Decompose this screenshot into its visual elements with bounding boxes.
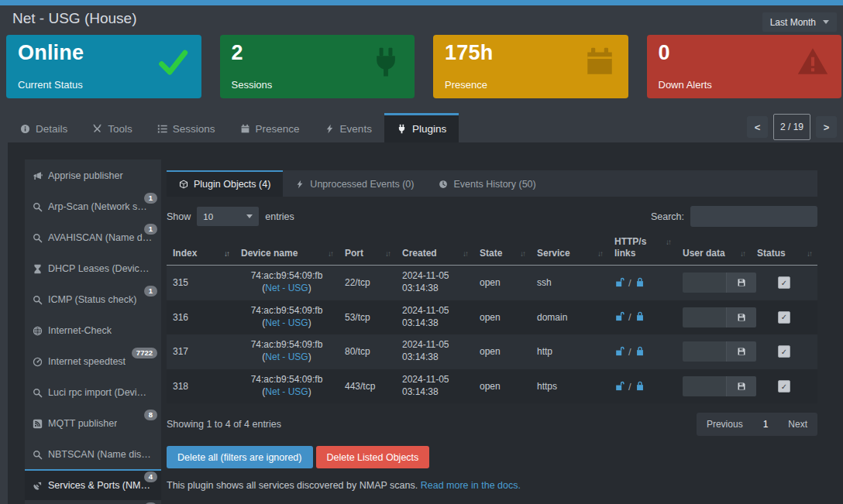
calendar-icon: [240, 124, 250, 134]
user-data-input[interactable]: [683, 307, 727, 327]
column-header[interactable]: ↓↑Status: [751, 231, 817, 266]
https-link[interactable]: [635, 345, 645, 358]
main-tab-bar: DetailsToolsSessionsPresenceEventsPlugin…: [8, 113, 459, 142]
user-data-input[interactable]: [683, 273, 727, 293]
device-link-line: (Net - USG): [241, 316, 332, 331]
tab-tools[interactable]: Tools: [80, 113, 145, 142]
entries-select[interactable]: 10: [197, 207, 259, 226]
status-card: 0Down Alerts: [647, 35, 842, 98]
sidebar-item[interactable]: Apprise publisher: [25, 159, 161, 190]
http-link[interactable]: [614, 345, 625, 358]
sidebar-item[interactable]: Internet speedtest7722: [25, 345, 161, 376]
sidebar-item[interactable]: NSLOOKUP (Name di…1: [25, 500, 161, 504]
user-data-input[interactable]: [683, 376, 727, 396]
https-link[interactable]: [635, 310, 645, 324]
tab-details[interactable]: Details: [8, 113, 80, 142]
next-page-button[interactable]: Next: [778, 413, 817, 436]
sidebar-item[interactable]: DHCP Leases (Device …: [25, 252, 161, 283]
chevron-left-icon: <: [755, 122, 761, 133]
created-time: 03:14:38: [402, 281, 467, 296]
card-label: Down Alerts: [659, 79, 712, 91]
plugin-tab[interactable]: Plugin Objects (4): [167, 170, 283, 197]
cell-state: open: [473, 300, 531, 335]
cell-device-name: 74:ac:b9:54:09:fb(Net - USG): [235, 334, 339, 369]
tab-presence[interactable]: Presence: [228, 113, 312, 142]
clock-icon: [439, 180, 448, 189]
http-link[interactable]: [614, 380, 625, 393]
docs-link[interactable]: Read more in the docs.: [421, 480, 521, 491]
column-header[interactable]: ↓↑State: [473, 231, 531, 266]
tab-label: Presence: [256, 123, 300, 135]
card-label: Current Status: [18, 79, 83, 91]
delete-listed-button[interactable]: Delete Listed Objects: [316, 446, 430, 468]
device-link[interactable]: Net - USG: [265, 386, 308, 397]
tab-sessions[interactable]: Sessions: [145, 113, 228, 142]
count-badge: 4: [144, 471, 157, 482]
sidebar-item[interactable]: Luci rpc import (Devi…: [25, 376, 161, 407]
status-checkbox[interactable]: ✓: [778, 276, 790, 289]
tab-events[interactable]: Events: [312, 113, 384, 142]
sort-icon: ↓↑: [520, 248, 525, 259]
status-checkbox[interactable]: ✓: [778, 380, 790, 393]
column-header[interactable]: ↓↑Port: [339, 231, 396, 266]
previous-page-button[interactable]: Previous: [697, 413, 753, 436]
save-user-data-button[interactable]: [727, 341, 756, 362]
sidebar-item[interactable]: MQTT publisher8: [25, 407, 161, 438]
column-header[interactable]: ↓↑Service: [531, 231, 608, 266]
plugin-tab-label: Unprocessed Events (0): [310, 179, 414, 190]
http-link[interactable]: [614, 276, 625, 290]
user-data-input[interactable]: [683, 341, 727, 362]
sidebar-item-label: Services & Ports (NM…: [48, 480, 150, 491]
save-user-data-button[interactable]: [727, 307, 756, 327]
search-input[interactable]: [690, 206, 817, 227]
top-accent-strip: [0, 0, 843, 5]
column-header-label: HTTP/s links: [614, 236, 646, 259]
cell-index: 315: [167, 266, 235, 300]
cell-port: 22/tcp: [339, 266, 396, 300]
https-link[interactable]: [635, 380, 645, 393]
cell-http-links: /: [608, 300, 676, 335]
http-link[interactable]: [614, 310, 625, 324]
status-checkbox[interactable]: ✓: [778, 345, 790, 358]
tab-label: Events: [340, 123, 372, 135]
chevron-down-icon: [246, 214, 253, 218]
table-row: 31674:ac:b9:54:09:fb(Net - USG)53/tcp202…: [167, 300, 817, 335]
device-link[interactable]: Net - USG: [265, 283, 308, 293]
tab-plugins[interactable]: Plugins: [384, 113, 459, 142]
entries-select-value: 10: [203, 212, 213, 221]
sort-icon: ↓↑: [666, 236, 670, 248]
prev-page-button[interactable]: <: [747, 116, 768, 138]
cube-icon: [179, 180, 188, 189]
save-user-data-button[interactable]: [727, 273, 756, 293]
sidebar-item[interactable]: Internet-Check: [25, 314, 161, 345]
save-user-data-button[interactable]: [727, 376, 756, 396]
sidebar-item[interactable]: NBTSCAN (Name disc…: [25, 438, 161, 469]
page-1-button[interactable]: 1: [753, 413, 779, 436]
sidebar-item[interactable]: Services & Ports (NM…4: [25, 469, 161, 500]
plugin-objects-table: ↓↑Index↓↑Device name↓↑Port↓↑Created↓↑Sta…: [167, 231, 817, 403]
count-badge: 1: [144, 224, 157, 235]
cell-state: open: [473, 266, 531, 300]
plugin-tab[interactable]: Unprocessed Events (0): [283, 170, 426, 197]
sidebar-item[interactable]: AVAHISCAN (Name di…1: [25, 221, 161, 252]
period-select[interactable]: Last Month: [762, 12, 837, 32]
column-header[interactable]: ↓↑User data: [676, 231, 751, 266]
delete-all-button[interactable]: Delete all (filters are ignored): [167, 446, 313, 468]
sidebar-item[interactable]: Arp-Scan (Network s…1: [25, 190, 161, 221]
column-header-label: Status: [757, 248, 786, 259]
device-link[interactable]: Net - USG: [265, 317, 308, 328]
sidebar-item[interactable]: ICMP (Status check)1: [25, 283, 161, 314]
column-header[interactable]: ↓↑Index: [167, 231, 235, 266]
status-checkbox[interactable]: ✓: [778, 311, 790, 324]
https-link[interactable]: [635, 276, 645, 290]
plugin-tab[interactable]: Events History (50): [426, 170, 548, 197]
device-link[interactable]: Net - USG: [265, 351, 308, 362]
column-header[interactable]: ↓↑Created: [396, 231, 473, 266]
search-icon: [33, 233, 43, 243]
device-link-line: (Net - USG): [241, 281, 332, 296]
column-header[interactable]: ↓↑Device name: [235, 231, 339, 266]
megaphone-icon: [33, 171, 43, 181]
next-page-button[interactable]: >: [816, 116, 837, 138]
column-header[interactable]: ↓↑HTTP/s links: [608, 231, 676, 266]
cell-state: open: [473, 369, 531, 404]
